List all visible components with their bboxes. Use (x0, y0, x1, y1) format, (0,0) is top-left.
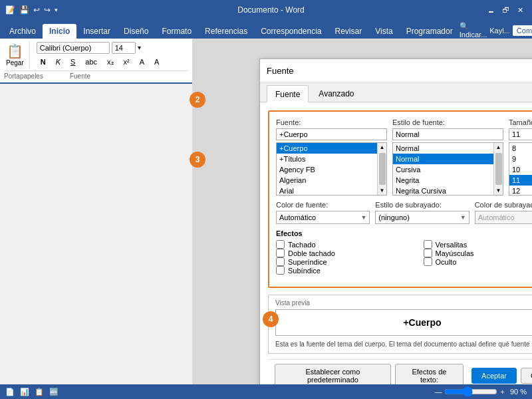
underline-button[interactable]: S (66, 56, 79, 68)
tab-programador[interactable]: Programador (400, 24, 460, 39)
accept-button[interactable]: Aceptar (471, 368, 517, 384)
search-indicator[interactable]: 🔍 Indicar... (460, 22, 487, 39)
italic-button[interactable]: K (52, 56, 65, 68)
oculto-checkbox[interactable] (424, 257, 432, 266)
tab-inicio[interactable]: Inicio (43, 24, 76, 39)
quick-save[interactable]: 💾 (19, 5, 29, 15)
title-controls: 🗕 🗗 ✕ (484, 3, 527, 17)
status-icon-4[interactable]: 🔤 (49, 388, 59, 396)
preview-section: Vista previa +Cuerpo Esta es la fuente d… (268, 295, 532, 354)
app-title: Documento - Word (58, 5, 484, 15)
status-icon-1[interactable]: 📄 (5, 388, 15, 396)
tab-referencias[interactable]: Referencias (198, 24, 254, 39)
strikethrough-button[interactable]: abc (81, 56, 101, 68)
tachado-checkbox[interactable] (276, 240, 285, 249)
size-item-8[interactable]: 8 (509, 143, 532, 154)
style-scrollbar[interactable]: ▲ ▼ (493, 143, 503, 195)
effects-grid: Tachado Doble tachado Superíndice (276, 240, 532, 275)
effects-right: Versalitas Mayúsculas Oculto (424, 240, 533, 275)
style-scroll-down[interactable]: ▼ (495, 186, 503, 195)
dialog-footer: Establecer como predeterminado Efectos d… (268, 359, 532, 384)
font-item-3[interactable]: Algerian (277, 175, 386, 186)
step-badge-2: 2 (190, 92, 205, 108)
font-item-0[interactable]: +Cuerpo (277, 143, 386, 154)
paste-area[interactable]: 📋 Pegar (4, 41, 30, 68)
quick-redo[interactable]: ↪ (44, 5, 51, 15)
scroll-up[interactable]: ▲ (378, 143, 386, 152)
underline-color-select[interactable]: Automático ▼ (475, 211, 532, 224)
doble-tachado-label: Doble tachado (288, 249, 335, 257)
size-item-10[interactable]: 10 (509, 164, 532, 175)
tab-insertar[interactable]: Insertar (76, 24, 117, 39)
status-right: — + 90 % (434, 386, 527, 397)
style-item-2[interactable]: Cursiva (393, 164, 503, 175)
style-scroll-thumb[interactable] (495, 153, 502, 185)
scroll-thumb[interactable] (379, 153, 386, 185)
tab-vista[interactable]: Vista (368, 24, 399, 39)
cancel-button[interactable]: Cancelar (521, 368, 532, 384)
minimize-button[interactable]: 🗕 (484, 3, 497, 17)
zoom-plus[interactable]: + (500, 388, 504, 396)
font-size-down[interactable]: ▾ (138, 44, 141, 51)
tamano-input[interactable] (509, 128, 532, 140)
highlight-button[interactable]: A (136, 56, 148, 68)
estilo-column: Estilo de fuente: Normal Normal Cursiva … (392, 118, 503, 196)
fuente-input[interactable] (276, 128, 387, 140)
dialog-tab-avanzado[interactable]: Avanzado (310, 85, 362, 102)
size-item-12[interactable]: 12 (509, 186, 532, 196)
versalitas-row: Versalitas (424, 240, 533, 249)
font-item-1[interactable]: +Títulos (277, 154, 386, 164)
bold-button[interactable]: N (37, 56, 50, 68)
color-select[interactable]: Automático ▼ (276, 211, 370, 224)
style-item-4[interactable]: Negrita Cursiva (393, 186, 503, 196)
close-button[interactable]: ✕ (513, 3, 527, 17)
status-icon-2[interactable]: 📊 (20, 388, 29, 396)
zoom-value[interactable]: 90 % (510, 388, 527, 396)
font-item-4[interactable]: Arial (277, 186, 386, 196)
underline-select[interactable]: (ninguno) ▼ (375, 211, 469, 224)
options-row: Color de fuente: Automático ▼ Estilo de … (276, 201, 532, 224)
color-value: Automático (279, 213, 316, 221)
scroll-down[interactable]: ▼ (378, 186, 386, 195)
status-icon-3[interactable]: 📋 (35, 388, 44, 396)
zoom-minus[interactable]: — (434, 388, 442, 396)
versalitas-checkbox[interactable] (424, 240, 432, 249)
restore-button[interactable]: 🗗 (499, 3, 512, 17)
font-name-input[interactable] (37, 42, 110, 54)
style-item-1[interactable]: Normal (393, 154, 503, 164)
doble-tachado-checkbox[interactable] (276, 249, 285, 257)
superindice-checkbox[interactable] (276, 257, 285, 266)
zoom-slider[interactable] (444, 386, 497, 397)
font-item-2[interactable]: Agency FB (277, 164, 386, 175)
style-scroll-up[interactable]: ▲ (495, 143, 503, 152)
tab-formato[interactable]: Formato (155, 24, 198, 39)
preview-text: +Cuerpo (403, 317, 441, 328)
font-columns: Fuente: +Cuerpo +Títulos Agency FB Alger… (276, 118, 532, 196)
dialog-tab-fuente[interactable]: Fuente (267, 85, 309, 102)
fuente-scrollbar[interactable]: ▲ ▼ (377, 143, 386, 195)
format-row: N K S abc x₂ x² A A (37, 56, 164, 68)
tab-revisar[interactable]: Revisar (329, 24, 369, 39)
style-item-3[interactable]: Negrita (393, 175, 503, 186)
fuente-label: Fuente: (276, 118, 387, 126)
tab-archivo[interactable]: Archivo (3, 24, 43, 39)
paste-icon: 📋 (7, 43, 23, 59)
set-default-button[interactable]: Establecer como predeterminado (275, 364, 391, 384)
size-item-9[interactable]: 9 (509, 154, 532, 164)
text-effects-button[interactable]: Efectos de texto: (395, 364, 464, 384)
mayusculas-checkbox[interactable] (424, 249, 432, 257)
font-color-button[interactable]: A (150, 56, 163, 68)
subindice-checkbox[interactable] (276, 266, 285, 275)
ribbon-tools: 📋 Pegar ▾ N K S abc x₂ x² (0, 39, 192, 84)
tab-diseno[interactable]: Diseño (117, 24, 155, 39)
tab-correspondencia[interactable]: Correspondencia (254, 24, 328, 39)
size-item-11[interactable]: 11 (509, 175, 532, 186)
share-button[interactable]: Compartir (513, 25, 532, 36)
estilo-input[interactable] (392, 128, 503, 140)
quick-undo[interactable]: ↩ (33, 5, 40, 15)
style-item-0[interactable]: Normal (393, 143, 503, 154)
subscript-button[interactable]: x₂ (103, 56, 118, 68)
user-name[interactable]: Kayl... (489, 27, 510, 35)
superscript-button[interactable]: x² (120, 56, 134, 68)
font-size-input[interactable] (112, 42, 136, 54)
